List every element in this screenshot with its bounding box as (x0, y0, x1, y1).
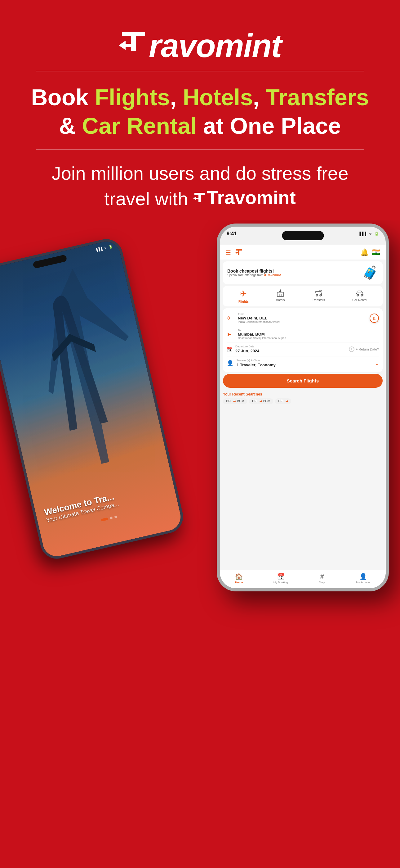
promo-image: 🧳 (362, 265, 378, 280)
swap-icon-2: ⇄ (260, 400, 262, 403)
back-phone-dots (101, 515, 117, 521)
return-date-field[interactable]: + + Return Date? (349, 346, 379, 352)
svg-rect-10 (279, 294, 280, 297)
swap-button[interactable]: ⇅ (370, 314, 379, 323)
departure-date-label: Departure Date (235, 345, 259, 348)
recent-tag-3[interactable]: DEL ⇄ (275, 398, 291, 404)
phone-back: 9:41 ▌▌▌ ᯤ 🔋 Welcome to Tra (0, 236, 186, 562)
back-phone-signal: ▌▌▌ ᯤ 🔋 (96, 244, 113, 254)
traveler-field[interactable]: Traveler(s) & Class 1 Traveler, Economy (237, 359, 375, 368)
recent-tags-list: DEL ⇄ BOM DEL ⇄ BOM DEL ⇄ (223, 398, 382, 404)
swap-icon-3: ⇄ (286, 400, 288, 403)
page-wrapper: ravomint Book Flights, Hotels, Transfers… (0, 0, 400, 868)
transfers-icon (314, 289, 323, 297)
logo-section: ravomint (0, 0, 400, 65)
app-logo-t-icon (235, 248, 242, 256)
from-field[interactable]: From New Delhi, DEL Indira Gandhi Intern… (238, 313, 379, 323)
from-city: New Delhi, DEL (238, 316, 379, 320)
hotels-icon (276, 289, 284, 297)
svg-marker-9 (279, 289, 281, 292)
service-tab-flights[interactable]: ✈ Flights (238, 289, 249, 303)
svg-marker-5 (235, 251, 238, 254)
hotels-label: Hotels (276, 298, 285, 302)
promo-subtitle: Special fare offerings from #Travomint (227, 274, 281, 277)
car-icon (356, 289, 364, 297)
service-tabs: ✈ Flights Hote (223, 286, 382, 306)
hamburger-icon[interactable]: ☰ (226, 249, 231, 256)
to-label: To (238, 329, 379, 332)
promo-banner: Book cheapest flights! Special fare offe… (223, 261, 382, 284)
car-rental-label: Car Rental (352, 298, 367, 302)
promo-title: Book cheapest flights! (227, 269, 281, 274)
date-row: 📅 Departure Date 27 Jun, 2024 + + Return… (227, 342, 379, 356)
logo-container: ravomint (119, 28, 281, 62)
bell-icon[interactable]: 🔔 (360, 248, 369, 256)
nav-item-account[interactable]: 👤 My Account (356, 573, 371, 584)
app-content: ☰ 🔔 🇮🇳 (220, 245, 386, 588)
to-field[interactable]: To Mumbai, BOM Chaatrapati Shivaji Inter… (238, 329, 379, 340)
traveler-value: 1 Traveler, Economy (237, 363, 276, 367)
flights-icon: ✈ (240, 289, 247, 299)
transfers-highlight: Transfers (266, 85, 369, 110)
recent-searches-title: Your Recent Searches (223, 392, 382, 397)
flag-icon[interactable]: 🇮🇳 (372, 248, 380, 256)
departure-plane-icon: ✈ (227, 315, 235, 321)
traveler-label: Traveler(s) & Class (237, 359, 375, 362)
front-phone-time: 9:41 (227, 231, 237, 237)
blogs-label: Blogs (319, 581, 326, 584)
phone-front: 9:41 ▌▌▌ ᯤ 🔋 ☰ (217, 223, 389, 591)
divider-bottom (36, 149, 364, 150)
subtitle-text: Join million users and do stress free tr… (40, 161, 360, 211)
swap-icon-1: ⇄ (233, 400, 236, 403)
bottom-nav: 🏠 Home 📅 My Booking # Blogs 👤 (220, 570, 386, 588)
svg-marker-1 (119, 41, 131, 50)
recent-tag-2[interactable]: DEL ⇄ BOM (249, 398, 273, 404)
departure-date-field[interactable]: Departure Date 27 Jun, 2024 (235, 345, 259, 353)
tagline-section: Book Flights, Hotels, Transfers & Car Re… (0, 77, 400, 144)
wifi-icon: ᯤ (369, 231, 373, 236)
svg-marker-3 (193, 196, 198, 200)
departure-date-value: 27 Jun, 2024 (235, 349, 259, 353)
service-tab-car-rental[interactable]: Car Rental (352, 289, 367, 303)
search-flights-button[interactable]: Search Flights (223, 374, 382, 388)
app-header: ☰ 🔔 🇮🇳 (220, 245, 386, 259)
logo-t-icon (119, 27, 148, 61)
account-label: My Account (356, 581, 371, 584)
car-rental-highlight: Car Rental (82, 113, 197, 139)
add-icon: + (349, 346, 355, 352)
svg-rect-11 (280, 294, 282, 297)
nav-item-blogs[interactable]: # Blogs (319, 573, 326, 584)
return-date-placeholder: + Return Date? (356, 347, 379, 351)
booking-icon: 📅 (277, 573, 285, 580)
flights-highlight: Flights (95, 85, 170, 110)
chevron-down-icon: ⌄ (375, 361, 379, 366)
account-icon: 👤 (359, 573, 367, 580)
plane-silhouette (0, 259, 160, 498)
transfers-label: Transfers (312, 298, 325, 302)
recent-searches-section: Your Recent Searches DEL ⇄ BOM DEL ⇄ BOM (220, 390, 386, 405)
subtitle-brand: Travomint (193, 186, 296, 210)
nav-item-booking[interactable]: 📅 My Booking (273, 573, 288, 584)
from-airport: Indira Gandhi International Airport (238, 320, 379, 323)
svg-rect-7 (277, 292, 284, 293)
service-tab-hotels[interactable]: Hotels (276, 289, 285, 303)
subtitle-section: Join million users and do stress free tr… (0, 155, 400, 220)
blogs-icon: # (320, 573, 324, 580)
recent-tag-1[interactable]: DEL ⇄ BOM (223, 398, 247, 404)
service-tab-transfers[interactable]: Transfers (312, 289, 325, 303)
arrival-plane-icon: ➤ (227, 331, 235, 338)
to-city: Mumbai, BOM (238, 332, 379, 337)
from-row: ✈ From New Delhi, DEL Indira Gandhi Inte… (227, 310, 379, 326)
traveler-icon: 👤 (227, 360, 233, 367)
nav-item-home[interactable]: 🏠 Home (235, 573, 243, 584)
home-label: Home (235, 581, 243, 584)
to-row: ➤ To Mumbai, BOM Chaatrapati Shivaji Int… (227, 326, 379, 342)
logo-wordmark: ravomint (149, 30, 281, 62)
signal-icon: ▌▌▌ (359, 231, 367, 236)
from-label: From (238, 313, 379, 316)
search-form: ✈ From New Delhi, DEL Indira Gandhi Inte… (223, 308, 382, 372)
battery-icon: 🔋 (374, 231, 379, 236)
front-phone-status-bar: 9:41 ▌▌▌ ᯤ 🔋 (227, 231, 379, 237)
to-airport: Chaatrapati Shivaji International Airpor… (238, 337, 379, 340)
home-icon: 🏠 (235, 573, 243, 580)
